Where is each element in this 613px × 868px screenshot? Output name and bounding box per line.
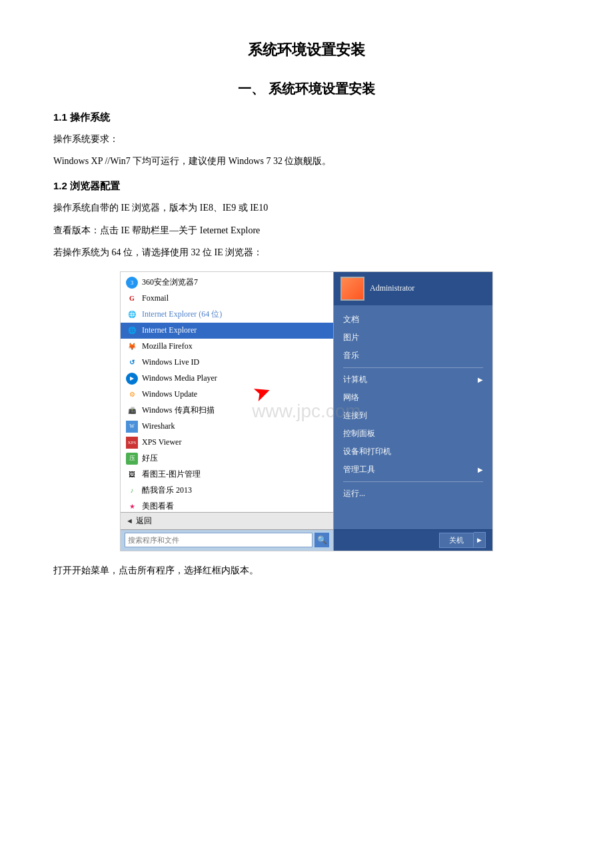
connect-label: 连接到: [343, 410, 367, 421]
para4: 查看版本：点击 IE 帮助栏里—关于 Ieternet Explore: [53, 222, 560, 239]
para5: 若操作系统为 64 位，请选择使用 32 位 IE 浏览器：: [53, 244, 560, 261]
computer-label: 计算机: [343, 374, 367, 385]
para3: 操作系统自带的 IE 浏览器，版本为 IE8、IE9 或 IE10: [53, 199, 560, 216]
section1-title: 一、 系统环境设置安装: [53, 80, 560, 98]
back-label[interactable]: 返回: [136, 515, 152, 527]
right-item-connect[interactable]: 连接到: [334, 407, 492, 425]
user-name: Administrator: [370, 283, 414, 293]
icon-winlive: ↺: [126, 357, 138, 369]
right-item-computer[interactable]: 计算机 ▶: [334, 371, 492, 389]
programs-list: 3 360安全浏览器7 G Foxmail 🌐 Internet Explore…: [121, 272, 333, 512]
menu-item-wmp[interactable]: ▶ Windows Media Player: [121, 371, 333, 387]
menu-item-music[interactable]: ♪ 酷我音乐 2013: [121, 483, 333, 499]
menu-item-winupdate[interactable]: ⚙ Windows Update: [121, 387, 333, 403]
icon-fax: 📠: [126, 405, 138, 417]
icon-winupdate: ⚙: [126, 389, 138, 401]
icon-ie-blue: 🌐: [126, 309, 138, 321]
icon-music: ♪: [126, 485, 138, 497]
menu-label-foxmail: Foxmail: [142, 293, 169, 303]
subsection1-title: 1.1 操作系统: [53, 111, 560, 124]
menu-label-winupdate: Windows Update: [142, 389, 197, 399]
menu-label-haozip: 好压: [142, 453, 158, 464]
menu-item-360[interactable]: 3 360安全浏览器7: [121, 275, 333, 291]
caption: 打开开始菜单，点击所有程序，选择红框内版本。: [53, 562, 560, 579]
menu-label-winlive: Windows Live ID: [142, 357, 199, 367]
right-item-admin[interactable]: 管理工具 ▶: [334, 461, 492, 479]
search-bar: 🔍: [121, 529, 333, 551]
admin-arrow: ▶: [478, 466, 483, 473]
subsection2-title: 1.2 浏览器配置: [53, 180, 560, 193]
menu-label-wmp: Windows Media Player: [142, 373, 217, 383]
start-menu-right: Administrator 文档 图片 音乐 计算机 ▶ 网络: [334, 272, 492, 551]
menu-label-wireshark: Wireshark: [142, 421, 175, 431]
admin-label: 管理工具: [343, 464, 375, 475]
screenshot-container: 3 360安全浏览器7 G Foxmail 🌐 Internet Explore…: [53, 271, 560, 551]
right-item-music[interactable]: 音乐: [334, 347, 492, 365]
search-button[interactable]: 🔍: [314, 533, 329, 547]
user-avatar: [340, 277, 364, 301]
divider-1: [343, 367, 483, 368]
menu-label-music: 酷我音乐 2013: [142, 485, 192, 496]
search-input[interactable]: [125, 533, 312, 547]
menu-label-ie64: Internet Explorer (64 位): [142, 309, 222, 320]
icon-wireshark: W: [126, 421, 138, 433]
para1: 操作系统要求：: [53, 131, 560, 147]
menu-label-firefox: Mozilla Firefox: [142, 341, 193, 351]
menu-label-ie: Internet Explorer: [142, 325, 197, 335]
menu-item-fax[interactable]: 📠 Windows 传真和扫描: [121, 403, 333, 419]
right-item-network[interactable]: 网络: [334, 389, 492, 407]
run-label: 运行...: [343, 488, 365, 499]
menu-item-winlive[interactable]: ↺ Windows Live ID: [121, 355, 333, 371]
para2: Windows XP //Win7 下均可运行，建议使用 Windows 7 3…: [53, 153, 560, 169]
icon-wmp: ▶: [126, 373, 138, 385]
devices-label: 设备和打印机: [343, 446, 391, 457]
page-main-title: 系统环境设置安装: [53, 40, 560, 60]
menu-item-firefox[interactable]: 🦊 Mozilla Firefox: [121, 339, 333, 355]
user-avatar-image: [342, 278, 363, 299]
user-bar: Administrator: [334, 272, 492, 305]
right-item-pictures[interactable]: 图片: [334, 329, 492, 347]
menu-item-haozip[interactable]: 压 好压: [121, 451, 333, 467]
start-menu-left: 3 360安全浏览器7 G Foxmail 🌐 Internet Explore…: [121, 272, 334, 551]
icon-firefox: 🦊: [126, 341, 138, 353]
documents-label: 文档: [343, 314, 359, 325]
shutdown-bar: 关机 ▶: [334, 529, 492, 551]
start-menu-screenshot: 3 360安全浏览器7 G Foxmail 🌐 Internet Explore…: [120, 271, 493, 551]
icon-foxmail: G: [126, 293, 138, 305]
menu-item-ie64[interactable]: 🌐 Internet Explorer (64 位): [121, 307, 333, 323]
right-item-run[interactable]: 运行...: [334, 485, 492, 503]
icon-360: 3: [126, 277, 138, 289]
icon-meitoukk: ★: [126, 501, 138, 512]
music-label: 音乐: [343, 350, 359, 361]
menu-label-fax: Windows 传真和扫描: [142, 405, 215, 416]
right-menu-items: 文档 图片 音乐 计算机 ▶ 网络 连接到: [334, 305, 492, 529]
back-arrow-icon: ◄: [126, 517, 133, 525]
icon-xps: XPS: [126, 437, 138, 449]
shutdown-arrow[interactable]: ▶: [474, 532, 486, 548]
search-icon: 🔍: [317, 535, 327, 545]
right-item-controlpanel[interactable]: 控制面板: [334, 425, 492, 443]
menu-label-meitoukk: 美图看看: [142, 501, 174, 512]
pictures-label: 图片: [343, 332, 359, 343]
icon-picviewer: 🖼: [126, 469, 138, 481]
menu-item-wireshark[interactable]: W Wireshark: [121, 419, 333, 435]
menu-item-ie[interactable]: 🌐 Internet Explorer: [121, 323, 333, 339]
right-item-devices[interactable]: 设备和打印机: [334, 443, 492, 461]
menu-item-foxmail[interactable]: G Foxmail: [121, 291, 333, 307]
menu-label-picviewer: 看图王-图片管理: [142, 469, 201, 480]
menu-label-360: 360安全浏览器7: [142, 277, 198, 288]
computer-arrow: ▶: [478, 376, 483, 383]
menu-label-xps: XPS Viewer: [142, 437, 181, 447]
menu-item-meitoukk[interactable]: ★ 美图看看: [121, 499, 333, 512]
icon-haozip: 压: [126, 453, 138, 465]
shutdown-button[interactable]: 关机: [439, 533, 474, 548]
right-item-documents[interactable]: 文档: [334, 311, 492, 329]
icon-ie: 🌐: [126, 325, 138, 337]
controlpanel-label: 控制面板: [343, 428, 375, 439]
menu-item-xps[interactable]: XPS XPS Viewer: [121, 435, 333, 451]
divider-2: [343, 481, 483, 482]
menu-item-picviewer[interactable]: 🖼 看图王-图片管理: [121, 467, 333, 483]
network-label: 网络: [343, 392, 359, 403]
